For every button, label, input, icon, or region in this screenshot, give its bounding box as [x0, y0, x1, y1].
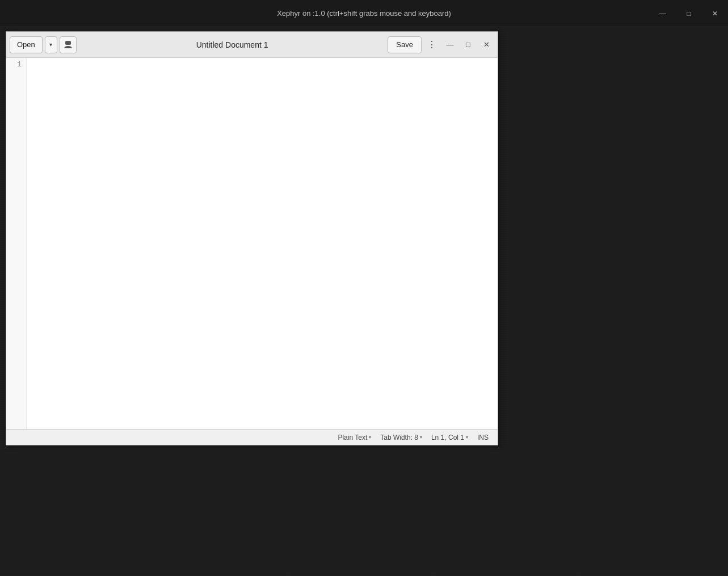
ins-indicator[interactable]: INS — [473, 430, 493, 445]
position-label: Ln 1, Col 1 — [431, 434, 464, 442]
os-close-button[interactable]: ✕ — [702, 0, 728, 27]
os-titlebar-title: Xephyr on :1.0 (ctrl+shift grabs mouse a… — [0, 9, 728, 18]
os-maximize-button[interactable]: □ — [676, 0, 702, 27]
save-button[interactable]: Save — [388, 36, 422, 53]
os-titlebar: Xephyr on :1.0 (ctrl+shift grabs mouse a… — [0, 0, 728, 27]
ins-label: INS — [477, 434, 489, 442]
status-bar: Plain Text ▾ Tab Width: 8 ▾ Ln 1, Col 1 … — [6, 429, 498, 445]
app-minimize-button[interactable]: — — [442, 38, 458, 52]
app-maximize-button[interactable]: □ — [460, 38, 476, 52]
os-minimize-button[interactable]: — — [650, 0, 676, 27]
user-icon — [64, 40, 73, 49]
line-numbers: 1 — [6, 58, 27, 429]
os-window-controls: — □ ✕ — [650, 0, 728, 27]
menu-button[interactable]: ⋮ — [424, 36, 440, 53]
open-dropdown-button[interactable]: ▾ — [45, 36, 57, 53]
user-icon-button[interactable] — [60, 36, 77, 53]
open-button[interactable]: Open — [10, 36, 43, 53]
tabwidth-chevron: ▾ — [420, 435, 422, 440]
editor-textarea[interactable] — [27, 58, 498, 429]
language-chevron: ▾ — [369, 435, 371, 440]
language-selector[interactable]: Plain Text ▾ — [333, 430, 376, 445]
editor-container: 1 — [6, 58, 498, 429]
app-close-button[interactable]: ✕ — [478, 38, 494, 52]
svg-rect-0 — [65, 41, 71, 45]
language-label: Plain Text — [338, 434, 367, 442]
tabwidth-selector[interactable]: Tab Width: 8 ▾ — [376, 430, 427, 445]
position-chevron: ▾ — [466, 435, 468, 440]
document-title: Untitled Document 1 — [79, 40, 386, 49]
tabwidth-label: Tab Width: 8 — [380, 434, 418, 442]
position-indicator[interactable]: Ln 1, Col 1 ▾ — [427, 430, 473, 445]
app-window: Open ▾ Untitled Document 1 Save ⋮ — □ ✕ … — [6, 31, 498, 445]
app-header: Open ▾ Untitled Document 1 Save ⋮ — □ ✕ — [6, 32, 498, 58]
line-number-1: 1 — [6, 60, 22, 69]
